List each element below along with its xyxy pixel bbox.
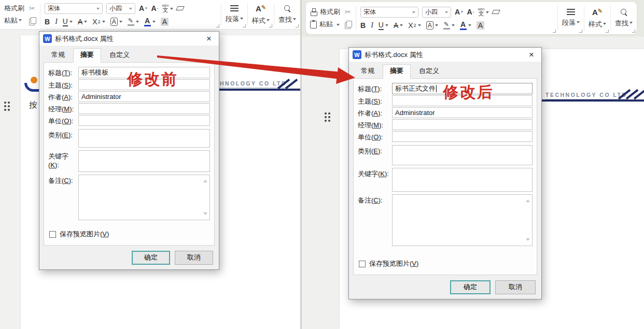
font-name-select[interactable]: 宋体: [45, 3, 103, 14]
shrink-font-button[interactable]: A-: [467, 8, 474, 16]
char-border-button[interactable]: A: [110, 18, 122, 26]
scroll-up-icon[interactable]: [526, 197, 530, 202]
author-input[interactable]: Administrator: [392, 107, 533, 118]
save-preview-checkbox[interactable]: [359, 261, 366, 267]
drag-handle[interactable]: [4, 102, 10, 111]
company-input[interactable]: [78, 115, 210, 126]
chevron-down-icon: [19, 19, 22, 23]
comments-input[interactable]: [78, 175, 210, 220]
dialog-launcher-icon[interactable]: [579, 30, 582, 33]
styles-icon[interactable]: A✎: [256, 4, 266, 13]
search-icon[interactable]: [621, 9, 627, 16]
category-input[interactable]: [78, 129, 210, 148]
manager-input[interactable]: [392, 119, 533, 130]
highlight-button[interactable]: ✎: [443, 21, 455, 30]
font-color-button[interactable]: A: [460, 21, 471, 30]
tab-custom[interactable]: 自定义: [102, 48, 137, 62]
scroll-down-icon[interactable]: [526, 238, 530, 243]
shrink-font-button[interactable]: A-: [151, 4, 158, 12]
styles-button[interactable]: 样式: [252, 16, 270, 25]
ok-button[interactable]: 确定: [450, 280, 491, 294]
superscript-button[interactable]: X2: [408, 21, 421, 30]
dialog-launcher-icon[interactable]: [606, 30, 609, 33]
grow-font-button[interactable]: A+: [455, 8, 463, 16]
underline-button[interactable]: U: [63, 17, 73, 26]
scroll-down-icon[interactable]: [203, 212, 207, 217]
dialog-titlebar[interactable]: W 标书格式.docx 属性 ×: [39, 32, 219, 46]
cancel-button[interactable]: 取消: [495, 280, 536, 294]
tab-summary[interactable]: 摘要: [383, 64, 411, 79]
bold-button[interactable]: B: [360, 21, 366, 30]
find-button[interactable]: 查找: [278, 15, 296, 24]
superscript-button[interactable]: X2: [92, 18, 105, 26]
author-input[interactable]: Administrator: [78, 91, 210, 102]
manager-input[interactable]: [78, 103, 210, 114]
clear-format-icon[interactable]: [176, 6, 185, 10]
comments-input[interactable]: [392, 194, 533, 246]
dialog-titlebar[interactable]: W 标书格式.docx 属性 ×: [349, 48, 541, 62]
keywords-input[interactable]: [78, 150, 210, 172]
styles-icon[interactable]: A✎: [592, 8, 603, 17]
dialog-launcher-icon[interactable]: [269, 24, 272, 27]
dialog-launcher-icon[interactable]: [296, 24, 299, 27]
font-size-select[interactable]: 小四: [106, 3, 135, 14]
format-painter-button[interactable]: 格式刷: [4, 4, 24, 13]
clear-format-icon[interactable]: [492, 10, 500, 14]
char-shading-button[interactable]: A: [161, 18, 169, 26]
paste-button[interactable]: 粘贴: [4, 16, 24, 25]
tab-general[interactable]: 常规: [44, 48, 72, 62]
chevron-down-icon: [102, 21, 105, 24]
author-label: 作者(A):: [358, 107, 392, 118]
close-icon[interactable]: ×: [203, 34, 215, 44]
paragraph-icon[interactable]: [230, 5, 239, 6]
paragraph-button[interactable]: 段落: [226, 15, 243, 24]
company-input[interactable]: [392, 131, 533, 142]
dialog-launcher-icon[interactable]: [553, 30, 556, 33]
save-preview-checkbox[interactable]: [49, 231, 56, 238]
grow-font-button[interactable]: A+: [139, 4, 147, 12]
paragraph-icon[interactable]: [567, 9, 575, 10]
font-color-button[interactable]: A: [144, 17, 156, 26]
italic-button[interactable]: I: [371, 21, 373, 30]
char-shading-button[interactable]: A: [477, 21, 484, 30]
cancel-button[interactable]: 取消: [175, 251, 213, 265]
dialog-launcher-icon[interactable]: [243, 24, 246, 27]
dialog-launcher-icon[interactable]: [216, 24, 219, 27]
keywords-label: 关键字(K):: [358, 168, 392, 192]
pinyin-guide-button[interactable]: wén文: [478, 7, 489, 17]
underline-button[interactable]: U: [379, 21, 388, 30]
font-size-select[interactable]: 小四: [422, 7, 451, 18]
cut-icon[interactable]: ✂: [29, 4, 36, 12]
tab-general[interactable]: 常规: [354, 64, 382, 78]
pinyin-guide-button[interactable]: wén文: [162, 4, 174, 13]
strikethrough-button[interactable]: A: [394, 21, 403, 30]
highlight-button[interactable]: ✎: [128, 18, 139, 26]
cut-icon[interactable]: ✂: [345, 8, 352, 16]
scroll-up-icon[interactable]: [203, 178, 207, 182]
styles-button[interactable]: 样式: [589, 20, 606, 29]
format-painter-button[interactable]: 格式刷: [310, 7, 340, 17]
bold-button[interactable]: B: [45, 18, 50, 26]
keywords-input[interactable]: [392, 168, 533, 192]
ok-button[interactable]: 确定: [132, 251, 170, 265]
drag-handle[interactable]: [325, 112, 330, 122]
ribbon: 格式刷 ✂ 粘贴 宋体 小四 A+ A- wén文 B I: [0, 0, 300, 30]
tab-summary[interactable]: 摘要: [73, 48, 101, 63]
font-name-select[interactable]: 宋体: [360, 7, 418, 18]
paragraph-button[interactable]: 段落: [562, 18, 580, 27]
tab-custom[interactable]: 自定义: [412, 64, 446, 78]
field-row: 备注(C):: [48, 175, 210, 220]
find-button[interactable]: 查找: [615, 19, 633, 28]
dialog-launcher-icon[interactable]: [632, 30, 635, 33]
category-input[interactable]: [392, 145, 533, 165]
strikethrough-button[interactable]: A: [78, 18, 87, 26]
manager-label: 经理(M):: [358, 119, 392, 130]
close-icon[interactable]: ×: [525, 50, 538, 60]
paste-button[interactable]: 粘贴: [310, 20, 340, 29]
copy-icon[interactable]: [29, 17, 36, 25]
copy-icon[interactable]: [345, 21, 352, 28]
char-border-button[interactable]: A: [426, 21, 438, 30]
document-header-text: HNOLOGY CO LTD: [220, 80, 287, 88]
search-icon[interactable]: [284, 5, 291, 12]
italic-button[interactable]: I: [55, 18, 58, 26]
